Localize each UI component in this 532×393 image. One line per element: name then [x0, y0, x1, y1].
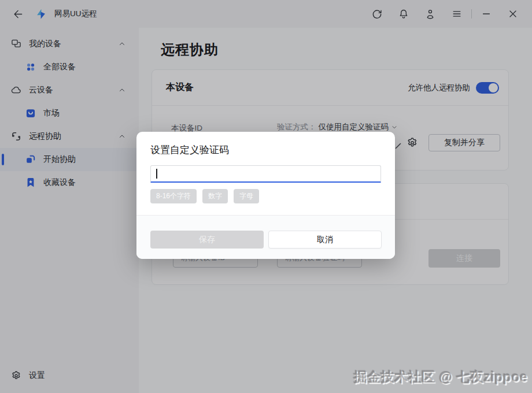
- cancel-button[interactable]: 取消: [268, 231, 382, 249]
- rule-digits-tag: 数字: [202, 189, 228, 203]
- text-caret: [156, 169, 157, 179]
- code-rules: 8-16个字符 数字 字母: [150, 189, 259, 203]
- set-custom-code-dialog: 设置自定义验证码 8-16个字符 数字 字母 保存 取消: [136, 132, 395, 259]
- custom-code-field-wrap: [150, 165, 381, 183]
- custom-code-input[interactable]: [151, 166, 380, 181]
- dialog-title: 设置自定义验证码: [150, 143, 229, 157]
- rule-letters-tag: 字母: [234, 189, 259, 203]
- save-button[interactable]: 保存: [150, 231, 264, 249]
- dialog-footer: 保存 取消: [136, 215, 395, 259]
- rule-length-tag: 8-16个字符: [150, 189, 197, 203]
